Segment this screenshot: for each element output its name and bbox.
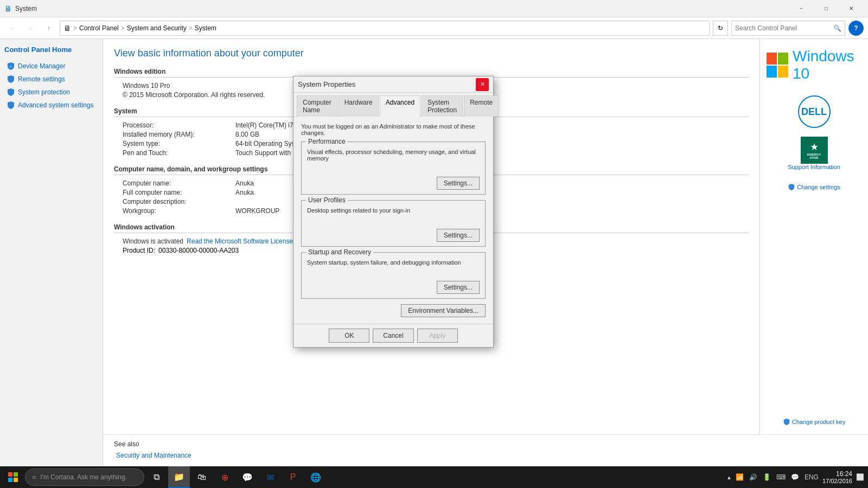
forward-button[interactable]: → <box>23 21 38 36</box>
taskbar-clock[interactable]: 16:24 17/02/2016 <box>822 470 852 484</box>
action-center-icon[interactable]: ⬜ <box>854 473 866 481</box>
change-product-key-link[interactable]: Change product key <box>783 418 845 426</box>
see-also-title: See also <box>114 440 857 448</box>
cortana-icon: ○ <box>32 473 36 481</box>
startup-recovery-group-desc: System startup, system failure, and debu… <box>307 259 480 266</box>
up-button[interactable]: ↑ <box>41 21 56 36</box>
sidebar-label-device-manager: Device Manager <box>18 62 65 70</box>
clock-date: 17/02/2016 <box>822 478 852 484</box>
tab-remote[interactable]: Remote <box>464 95 499 117</box>
user-profiles-settings-button[interactable]: Settings... <box>437 229 480 242</box>
window-icon: 🖥 <box>4 4 12 13</box>
maximize-button[interactable]: □ <box>814 0 839 17</box>
shield-icon-remote <box>7 75 15 84</box>
ok-button[interactable]: OK <box>329 329 369 343</box>
volume-icon[interactable]: 🔊 <box>748 473 759 481</box>
windows-start-icon <box>8 472 18 482</box>
svg-rect-1 <box>8 472 12 477</box>
language-icon[interactable]: ENG <box>803 473 820 481</box>
dialog-tabs: Computer Name Hardware Advanced System P… <box>293 93 493 116</box>
refresh-button[interactable]: ↻ <box>713 21 728 36</box>
tab-computer-name[interactable]: Computer Name <box>297 95 337 117</box>
taskbar-search[interactable]: ○ I'm Cortana. Ask me anything. <box>25 468 144 486</box>
svg-rect-4 <box>14 478 18 482</box>
sidebar-label-advanced-settings: Advanced system settings <box>18 101 93 109</box>
performance-group-desc: Visual effects, processor scheduling, me… <box>307 149 480 162</box>
energy-star-badge: ★ ENERGY STAR <box>801 137 828 164</box>
show-hidden-icons[interactable]: ▲ <box>726 474 732 480</box>
cortana-text: I'm Cortana. Ask me anything. <box>40 473 127 481</box>
task-view-button[interactable]: ⧉ <box>145 466 167 488</box>
breadcrumb-control-panel[interactable]: Control Panel <box>79 24 119 32</box>
see-also-section: See also Security and Maintenance <box>103 434 868 466</box>
apply-button[interactable]: Apply <box>417 329 458 343</box>
startup-settings-button[interactable]: Settings... <box>437 281 480 294</box>
back-button[interactable]: ← <box>4 21 20 36</box>
battery-icon[interactable]: 🔋 <box>761 473 773 481</box>
performance-group-title: Performance <box>306 138 348 145</box>
network-icon[interactable]: 📶 <box>734 473 745 481</box>
notification-icon[interactable]: 💬 <box>789 473 801 481</box>
search-icon: 🔍 <box>833 24 841 32</box>
clock-time: 16:24 <box>822 470 852 478</box>
sidebar-item-system-protection[interactable]: System protection <box>4 86 98 98</box>
window-title: System <box>15 5 37 12</box>
skype-button[interactable]: 💬 <box>237 466 258 488</box>
sidebar-item-device-manager[interactable]: ✓ Device Manager <box>4 60 98 72</box>
windows10-logo: Windows 10 <box>767 48 861 82</box>
tab-hardware[interactable]: Hardware <box>339 95 379 117</box>
mail-button[interactable]: ✉ <box>259 466 281 488</box>
startup-recovery-group: Startup and Recovery System startup, sys… <box>301 252 486 299</box>
svg-rect-3 <box>8 478 12 482</box>
activation-status-text: Windows is activated <box>123 237 183 245</box>
environment-variables-button[interactable]: Environment Variables... <box>401 304 486 317</box>
shield-icon-change <box>788 183 795 191</box>
app-button[interactable]: 🌐 <box>305 466 327 488</box>
file-explorer-button[interactable]: 📁 <box>168 466 190 488</box>
close-button[interactable]: ✕ <box>839 0 864 17</box>
workgroup-label: Workgroup: <box>123 207 231 215</box>
change-settings-link[interactable]: Change settings <box>788 183 840 191</box>
sidebar: Control Panel Home ✓ Device Manager Remo… <box>0 39 103 466</box>
search-box: 🔍 <box>731 21 845 36</box>
dialog-bottom-buttons: OK Cancel Apply <box>293 324 493 347</box>
keyboard-icon[interactable]: ⌨ <box>775 473 787 481</box>
startup-recovery-group-title: Startup and Recovery <box>306 248 373 256</box>
help-button[interactable]: ? <box>848 21 864 36</box>
dialog-title: System Properties <box>298 80 355 88</box>
windows-flag-icon <box>767 53 788 78</box>
breadcrumb-system[interactable]: System <box>195 24 216 32</box>
cancel-button[interactable]: Cancel <box>373 329 413 343</box>
tab-advanced[interactable]: Advanced <box>380 95 420 117</box>
minimize-button[interactable]: − <box>789 0 814 17</box>
pen-touch-label: Pen and Touch: <box>123 149 231 157</box>
windows10-text: Windows 10 <box>793 48 861 82</box>
breadcrumb-system-security[interactable]: System and Security <box>127 24 187 32</box>
start-button[interactable] <box>2 466 24 488</box>
full-name-label: Full computer name: <box>123 189 231 196</box>
sidebar-home[interactable]: Control Panel Home <box>4 46 98 54</box>
security-maintenance-link[interactable]: Security and Maintenance <box>114 450 857 461</box>
svg-text:✓: ✓ <box>9 65 12 68</box>
performance-settings-button[interactable]: Settings... <box>437 177 480 190</box>
change-product-key-label: Change product key <box>792 419 845 425</box>
tab-system-protection[interactable]: System Protection <box>422 95 463 117</box>
system-properties-dialog[interactable]: System Properties ✕ Computer Name Hardwa… <box>293 76 494 348</box>
breadcrumb: 🖥 > Control Panel > System and Security … <box>60 21 710 36</box>
support-info-link[interactable]: Support Information <box>788 164 840 170</box>
sidebar-label-remote-settings: Remote settings <box>18 75 65 83</box>
comp-desc-label: Computer description: <box>123 198 231 206</box>
breadcrumb-icon: 🖥 <box>63 24 71 33</box>
dialog-close-button[interactable]: ✕ <box>476 78 489 91</box>
search-input[interactable] <box>735 24 831 32</box>
sidebar-item-advanced-settings[interactable]: Advanced system settings <box>4 99 98 111</box>
right-panel: Windows 10 DELL ★ ENERGY STAR Support In… <box>760 39 868 434</box>
store-button[interactable]: 🛍 <box>191 466 213 488</box>
shield-icon-advanced <box>7 101 15 110</box>
chrome-button[interactable]: ⊕ <box>214 466 235 488</box>
shield-icon-protection <box>7 88 15 97</box>
shield-icon-product <box>783 418 790 426</box>
product-id-label: Product ID: <box>123 247 155 254</box>
sidebar-item-remote-settings[interactable]: Remote settings <box>4 73 98 85</box>
powerpoint-button[interactable]: P <box>282 466 304 488</box>
